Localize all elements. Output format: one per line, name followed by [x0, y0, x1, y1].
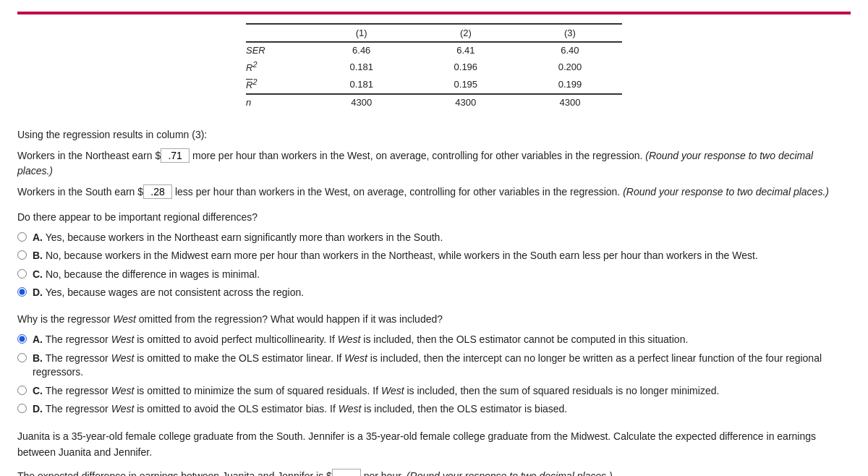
row-val-r2bar-2: 0.195 — [414, 75, 518, 93]
table-row: SER 6.46 6.41 6.40 — [246, 42, 622, 58]
regional-radio-group: A. Yes, because workers in the Northeast… — [17, 231, 851, 300]
table-row: R2 0.181 0.196 0.200 — [246, 58, 622, 75]
west-radio-b[interactable] — [17, 353, 27, 362]
west-label-d: D. The regressor West is omitted to avoi… — [33, 402, 567, 417]
south-sentence: Workers in the South earn $ less per hou… — [17, 184, 851, 200]
regional-option-a[interactable]: A. Yes, because workers in the Northeast… — [17, 231, 851, 245]
west-label-c: C. The regressor West is omitted to mini… — [33, 384, 719, 399]
table-header-col3: (3) — [518, 24, 622, 42]
regional-option-d[interactable]: D. Yes, because wages are not consistent… — [17, 286, 851, 300]
south-note: (Round your response to two decimal plac… — [623, 186, 829, 197]
regional-label-d: D. Yes, because wages are not consistent… — [33, 286, 304, 300]
northeast-suffix: more per hour than workers in the West, … — [190, 150, 642, 161]
west-radio-group: A. The regressor West is omitted to avoi… — [17, 333, 851, 417]
regional-question-label: Do there appear to be important regional… — [17, 210, 851, 225]
juanita-description: Juanita is a 35-year-old female college … — [17, 428, 851, 461]
row-val-n-1: 4300 — [310, 94, 414, 110]
juanita-section: Juanita is a 35-year-old female college … — [17, 428, 851, 476]
row-label-r2-bar: R2 — [246, 75, 310, 93]
row-val-n-3: 4300 — [518, 94, 622, 110]
row-label-ser: SER — [246, 42, 310, 58]
west-radio-d[interactable] — [17, 404, 27, 413]
row-val-ser-3: 6.40 — [518, 42, 622, 58]
regression-section: Using the regression results in column (… — [17, 127, 851, 200]
regional-label-b: B. No, because workers in the Midwest ea… — [33, 249, 758, 263]
west-radio-a[interactable] — [17, 334, 27, 344]
row-val-ser-1: 6.46 — [310, 42, 414, 58]
expected-diff-prefix: The expected difference in earnings betw… — [17, 470, 332, 476]
northeast-input[interactable] — [161, 148, 190, 163]
regional-option-b[interactable]: B. No, because workers in the Midwest ea… — [17, 249, 851, 263]
regression-table: (1) (2) (3) SER 6.46 6.41 6.40 R2 0.181 … — [246, 23, 622, 110]
top-border — [17, 12, 851, 14]
west-option-d[interactable]: D. The regressor West is omitted to avoi… — [17, 402, 851, 417]
west-option-b[interactable]: B. The regressor West is omitted to make… — [17, 352, 851, 380]
expected-diff-input[interactable] — [332, 469, 361, 476]
table-header-label — [246, 24, 310, 42]
regression-intro: Using the regression results in column (… — [17, 127, 851, 143]
west-label-b: B. The regressor West is omitted to make… — [33, 352, 851, 380]
regional-question-section: Do there appear to be important regional… — [17, 210, 851, 300]
northeast-prefix: Workers in the Northeast earn $ — [17, 150, 161, 161]
south-input[interactable] — [143, 184, 172, 199]
regional-label-a: A. Yes, because workers in the Northeast… — [33, 231, 443, 245]
regional-radio-c[interactable] — [17, 269, 27, 279]
table-row-n: n 4300 4300 4300 — [246, 94, 622, 110]
row-val-r2bar-1: 0.181 — [310, 75, 414, 93]
west-label-a: A. The regressor West is omitted to avoi… — [33, 333, 688, 347]
west-option-c[interactable]: C. The regressor West is omitted to mini… — [17, 384, 851, 399]
row-label-r2: R2 — [246, 58, 310, 75]
south-prefix: Workers in the South earn $ — [17, 186, 143, 197]
west-option-a[interactable]: A. The regressor West is omitted to avoi… — [17, 333, 851, 347]
west-question-section: Why is the regressor West omitted from t… — [17, 312, 851, 417]
table-container: (1) (2) (3) SER 6.46 6.41 6.40 R2 0.181 … — [17, 23, 851, 110]
regional-option-c[interactable]: C. No, because the difference in wages i… — [17, 268, 851, 282]
expected-diff-note: (Round your response to two decimal plac… — [407, 470, 613, 476]
regional-radio-d[interactable] — [17, 287, 27, 297]
regional-label-c: C. No, because the difference in wages i… — [33, 268, 260, 282]
row-label-n: n — [246, 94, 310, 110]
row-val-r2bar-3: 0.199 — [518, 75, 622, 93]
row-val-r2-3: 0.200 — [518, 58, 622, 75]
regional-radio-a[interactable] — [17, 232, 27, 242]
row-val-r2-2: 0.196 — [414, 58, 518, 75]
row-val-r2-1: 0.181 — [310, 58, 414, 75]
west-radio-c[interactable] — [17, 386, 27, 395]
table-header-col1: (1) — [310, 24, 414, 42]
west-question-label: Why is the regressor West omitted from t… — [17, 312, 851, 327]
expected-diff-suffix: per hour. — [361, 470, 404, 476]
row-val-ser-2: 6.41 — [414, 42, 518, 58]
table-row: R2 0.181 0.195 0.199 — [246, 75, 622, 93]
regional-radio-b[interactable] — [17, 250, 27, 260]
table-header-col2: (2) — [414, 24, 518, 42]
northeast-sentence: Workers in the Northeast earn $ more per… — [17, 148, 851, 179]
row-val-n-2: 4300 — [414, 94, 518, 110]
expected-diff-sentence: The expected difference in earnings betw… — [17, 468, 851, 476]
south-suffix: less per hour than workers in the West, … — [172, 186, 620, 197]
